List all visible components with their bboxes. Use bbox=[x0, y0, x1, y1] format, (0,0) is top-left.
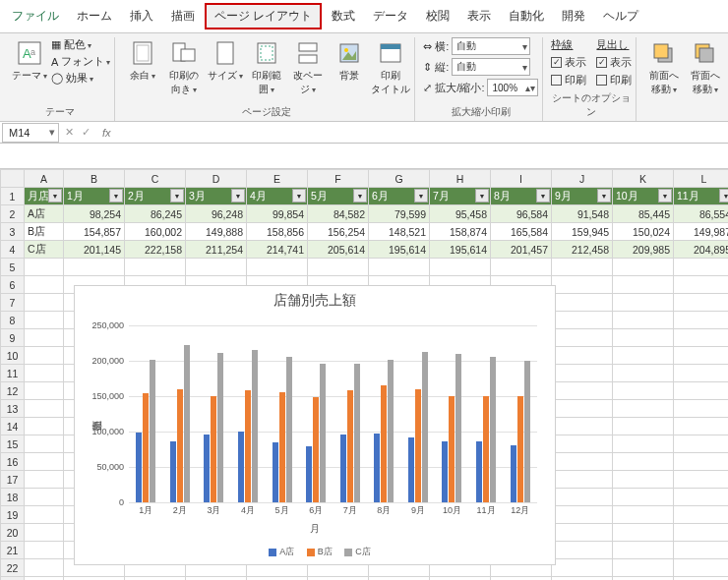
table-header-cell[interactable]: 3月▼ bbox=[186, 188, 247, 205]
cell[interactable] bbox=[613, 347, 674, 365]
cell[interactable] bbox=[552, 294, 613, 312]
margins-button[interactable]: 余白 bbox=[123, 37, 162, 85]
cell[interactable] bbox=[552, 524, 613, 542]
table-header-cell[interactable]: 1月▼ bbox=[64, 188, 125, 205]
cell[interactable] bbox=[25, 312, 64, 329]
col-header[interactable]: K bbox=[613, 170, 674, 188]
cell[interactable] bbox=[25, 435, 64, 453]
cell[interactable] bbox=[25, 453, 64, 471]
row-header[interactable]: 14 bbox=[1, 418, 25, 435]
cell[interactable] bbox=[674, 294, 729, 312]
cell[interactable] bbox=[674, 400, 729, 418]
background-button[interactable]: 背景 bbox=[330, 37, 369, 85]
row-header[interactable]: 1 bbox=[1, 188, 25, 205]
row-header[interactable]: 11 bbox=[1, 365, 25, 382]
cell[interactable] bbox=[613, 453, 674, 471]
menu-page-layout[interactable]: ページ レイアウト bbox=[205, 3, 322, 29]
cell[interactable] bbox=[674, 577, 729, 581]
filter-button[interactable]: ▼ bbox=[231, 189, 245, 203]
row-header[interactable]: 23 bbox=[1, 577, 25, 581]
cell[interactable] bbox=[25, 400, 64, 418]
row-header[interactable]: 4 bbox=[1, 241, 25, 259]
table-cell[interactable]: 156,254 bbox=[308, 223, 369, 241]
cell[interactable] bbox=[125, 577, 186, 581]
table-cell[interactable]: A店 bbox=[25, 205, 64, 223]
cell[interactable] bbox=[613, 418, 674, 435]
row-header[interactable]: 9 bbox=[1, 329, 25, 347]
cell[interactable] bbox=[674, 435, 729, 453]
row-header[interactable]: 21 bbox=[1, 542, 25, 559]
table-cell[interactable]: 212,458 bbox=[552, 241, 613, 259]
printarea-button[interactable]: 印刷範囲 bbox=[247, 37, 286, 98]
cell[interactable] bbox=[613, 329, 674, 347]
table-cell[interactable]: 209,985 bbox=[613, 241, 674, 259]
col-header[interactable]: B bbox=[64, 170, 125, 188]
cell[interactable] bbox=[552, 453, 613, 471]
cell[interactable] bbox=[613, 294, 674, 312]
cell[interactable] bbox=[308, 577, 369, 581]
col-header[interactable]: D bbox=[186, 170, 247, 188]
cell[interactable] bbox=[552, 471, 613, 489]
col-header[interactable]: J bbox=[552, 170, 613, 188]
col-header[interactable]: C bbox=[125, 170, 186, 188]
table-cell[interactable]: 201,457 bbox=[491, 241, 552, 259]
table-cell[interactable]: 165,584 bbox=[491, 223, 552, 241]
table-header-cell[interactable]: 11月▼ bbox=[674, 188, 729, 205]
row-header[interactable]: 2 bbox=[1, 205, 25, 223]
themes-button[interactable]: Aa テーマ bbox=[10, 37, 49, 85]
cell[interactable] bbox=[247, 577, 308, 581]
cell[interactable] bbox=[674, 559, 729, 577]
table-cell[interactable]: 204,895 bbox=[674, 241, 729, 259]
table-header-cell[interactable]: 4月▼ bbox=[247, 188, 308, 205]
table-cell[interactable]: 86,554 bbox=[674, 205, 729, 223]
menu-insert[interactable]: 挿入 bbox=[122, 5, 161, 28]
cell[interactable] bbox=[613, 577, 674, 581]
table-cell[interactable]: 159,945 bbox=[552, 223, 613, 241]
table-header-cell[interactable]: 月店舗▼ bbox=[25, 188, 64, 205]
filter-button[interactable]: ▼ bbox=[658, 189, 672, 203]
cell[interactable] bbox=[25, 365, 64, 382]
cell[interactable] bbox=[674, 259, 729, 276]
cell[interactable] bbox=[613, 542, 674, 559]
table-cell[interactable]: 98,254 bbox=[64, 205, 125, 223]
table-cell[interactable]: 86,245 bbox=[125, 205, 186, 223]
table-cell[interactable]: 91,548 bbox=[552, 205, 613, 223]
table-header-cell[interactable]: 10月▼ bbox=[613, 188, 674, 205]
printtitles-button[interactable]: 印刷 タイトル bbox=[371, 37, 410, 98]
cell[interactable] bbox=[613, 559, 674, 577]
table-cell[interactable]: 195,614 bbox=[369, 241, 430, 259]
cell[interactable] bbox=[430, 259, 491, 276]
cell[interactable] bbox=[552, 542, 613, 559]
table-cell[interactable]: 160,002 bbox=[125, 223, 186, 241]
table-cell[interactable]: 211,254 bbox=[186, 241, 247, 259]
menu-data[interactable]: データ bbox=[365, 5, 416, 28]
effects-button[interactable]: ◯効果 bbox=[51, 71, 110, 86]
cell[interactable] bbox=[64, 259, 125, 276]
cell[interactable] bbox=[674, 418, 729, 435]
cell[interactable] bbox=[25, 471, 64, 489]
scale-input[interactable]: 100%▴▾ bbox=[487, 79, 538, 96]
table-cell[interactable]: 85,445 bbox=[613, 205, 674, 223]
table-cell[interactable]: 148,521 bbox=[369, 223, 430, 241]
menu-developer[interactable]: 開発 bbox=[554, 5, 593, 28]
menu-formulas[interactable]: 数式 bbox=[324, 5, 363, 28]
filter-button[interactable]: ▼ bbox=[353, 189, 367, 203]
cell[interactable] bbox=[552, 489, 613, 506]
chart[interactable]: 店舗別売上額 売上額 050,000100,000150,000200,0002… bbox=[74, 285, 556, 565]
row-header[interactable]: 15 bbox=[1, 435, 25, 453]
cell[interactable] bbox=[613, 400, 674, 418]
cell[interactable] bbox=[674, 471, 729, 489]
row-header[interactable]: 3 bbox=[1, 223, 25, 241]
cell[interactable] bbox=[25, 506, 64, 524]
send-backward-button[interactable]: 背面へ 移動 bbox=[686, 37, 725, 98]
table-cell[interactable]: 158,874 bbox=[430, 223, 491, 241]
table-cell[interactable]: B店 bbox=[25, 223, 64, 241]
row-header[interactable]: 17 bbox=[1, 471, 25, 489]
filter-button[interactable]: ▼ bbox=[109, 189, 123, 203]
table-cell[interactable]: 222,158 bbox=[125, 241, 186, 259]
row-header[interactable]: 5 bbox=[1, 259, 25, 276]
table-cell[interactable]: 201,145 bbox=[64, 241, 125, 259]
cell[interactable] bbox=[552, 418, 613, 435]
orientation-button[interactable]: 印刷の 向き bbox=[164, 37, 204, 98]
headings-show-check[interactable]: ✓表示 bbox=[596, 55, 632, 70]
